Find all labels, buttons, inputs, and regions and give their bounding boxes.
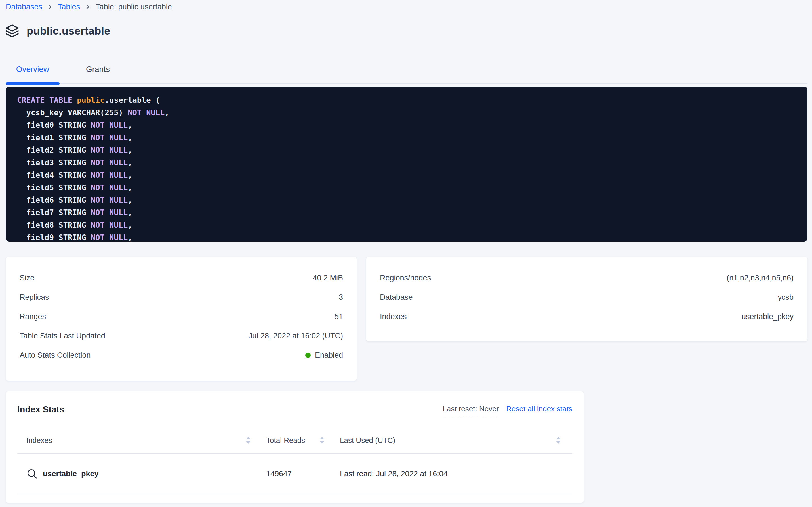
breadcrumb: Databases Tables Table: public.usertable bbox=[6, 2, 172, 12]
index-stats-title: Index Stats bbox=[17, 404, 64, 415]
breadcrumb-current: Table: public.usertable bbox=[96, 2, 172, 12]
code-line: field8 STRING NOT NULL, bbox=[17, 219, 807, 231]
tab-grants[interactable]: Grants bbox=[71, 55, 125, 83]
index-stats-card: Index Stats Last reset: Never Reset all … bbox=[6, 391, 584, 503]
status-badge: Enabled bbox=[305, 351, 343, 360]
breadcrumb-tables[interactable]: Tables bbox=[58, 2, 80, 12]
index-name-link[interactable]: usertable_pkey bbox=[43, 469, 99, 478]
create-statement-codeblock: CREATE TABLE public.usertable ( ycsb_key… bbox=[6, 87, 807, 241]
page-title: public.usertable bbox=[27, 25, 110, 37]
stat-value: 3 bbox=[339, 293, 343, 302]
chevron-right-icon bbox=[86, 3, 90, 10]
status-dot-icon bbox=[305, 352, 311, 358]
code-line: ycsb_key VARCHAR(255) NOT NULL, bbox=[17, 106, 807, 119]
table-topology-card: Regions/nodes (n1,n2,n3,n4,n5,n6) Databa… bbox=[366, 257, 807, 341]
index-stats-meta: Last reset: Never Reset all index stats bbox=[443, 404, 572, 416]
breadcrumb-databases[interactable]: Databases bbox=[6, 2, 42, 12]
layers-stack-icon bbox=[5, 24, 19, 38]
search-icon bbox=[26, 468, 38, 480]
code-line: field0 STRING NOT NULL, bbox=[17, 119, 807, 131]
tab-bar: Overview Grants bbox=[6, 55, 807, 84]
tab-overview-label: Overview bbox=[16, 65, 49, 74]
column-header-last-used[interactable]: Last Used (UTC) bbox=[331, 436, 572, 445]
tab-grants-label: Grants bbox=[86, 65, 110, 74]
stat-label: Database bbox=[380, 293, 413, 302]
index-name-cell: usertable_pkey bbox=[17, 468, 257, 480]
column-label: Total Reads bbox=[266, 436, 305, 445]
stat-value: ycsb bbox=[778, 293, 794, 302]
sort-carets-icon[interactable] bbox=[245, 436, 257, 445]
column-label: Last Used (UTC) bbox=[340, 436, 395, 445]
stat-label: Table Stats Last Updated bbox=[19, 332, 105, 340]
code-line: field1 STRING NOT NULL, bbox=[17, 131, 807, 144]
stat-row-regions: Regions/nodes (n1,n2,n3,n4,n5,n6) bbox=[380, 268, 794, 288]
stat-value: usertable_pkey bbox=[742, 312, 794, 321]
stat-row-replicas: Replicas 3 bbox=[19, 288, 343, 307]
stat-label: Replicas bbox=[19, 293, 49, 302]
code-line: CREATE TABLE public.usertable ( bbox=[17, 94, 807, 106]
tab-overview[interactable]: Overview bbox=[6, 55, 60, 83]
sort-carets-icon[interactable] bbox=[555, 436, 567, 445]
stat-label: Size bbox=[19, 274, 35, 282]
code-line: field7 STRING NOT NULL, bbox=[17, 206, 807, 219]
sort-carets-icon[interactable] bbox=[319, 436, 331, 445]
stat-row-database: Database ycsb bbox=[380, 288, 794, 307]
code-line: field9 STRING NOT NULL, bbox=[17, 231, 807, 241]
sql-code: CREATE TABLE public.usertable ( ycsb_key… bbox=[17, 94, 807, 241]
status-text: Enabled bbox=[315, 351, 343, 359]
stat-row-stats-updated: Table Stats Last Updated Jul 28, 2022 at… bbox=[19, 326, 343, 345]
last-used-value: Last read: Jul 28, 2022 at 16:04 bbox=[340, 469, 448, 478]
index-table-row: usertable_pkey 149647 Last read: Jul 28,… bbox=[17, 454, 572, 494]
page-header: public.usertable bbox=[5, 24, 110, 38]
stat-label: Indexes bbox=[380, 312, 407, 321]
table-summary-card: Size 40.2 MiB Replicas 3 Ranges 51 Table… bbox=[6, 257, 357, 381]
column-header-indexes[interactable]: Indexes bbox=[17, 436, 257, 445]
code-line: field3 STRING NOT NULL, bbox=[17, 156, 807, 169]
active-tab-underline bbox=[6, 82, 60, 85]
stat-row-indexes: Indexes usertable_pkey bbox=[380, 307, 794, 326]
total-reads-value: 149647 bbox=[266, 469, 292, 478]
code-line: field6 STRING NOT NULL, bbox=[17, 194, 807, 206]
index-table-header: Indexes Total Reads Last Used (UTC) bbox=[17, 427, 572, 454]
column-header-total-reads[interactable]: Total Reads bbox=[257, 436, 331, 445]
table-details-page: Databases Tables Table: public.usertable… bbox=[0, 0, 812, 507]
stat-row-size: Size 40.2 MiB bbox=[19, 268, 343, 288]
chevron-right-icon bbox=[48, 3, 52, 10]
code-line: field2 STRING NOT NULL, bbox=[17, 144, 807, 156]
stat-value: 51 bbox=[334, 312, 343, 321]
stat-value: Jul 28, 2022 at 16:02 (UTC) bbox=[249, 332, 343, 340]
code-line: field5 STRING NOT NULL, bbox=[17, 181, 807, 194]
column-label: Indexes bbox=[26, 436, 52, 445]
last-reset-text[interactable]: Last reset: Never bbox=[443, 404, 499, 416]
stat-value: 40.2 MiB bbox=[313, 274, 343, 282]
stat-label: Ranges bbox=[19, 312, 46, 321]
total-reads-cell: 149647 bbox=[257, 469, 331, 478]
reset-index-stats-link[interactable]: Reset all index stats bbox=[506, 404, 572, 413]
stat-row-auto-stats: Auto Stats Collection Enabled bbox=[19, 345, 343, 365]
last-used-cell: Last read: Jul 28, 2022 at 16:04 bbox=[331, 469, 572, 478]
stat-value: (n1,n2,n3,n4,n5,n6) bbox=[727, 274, 794, 282]
index-stats-header: Index Stats Last reset: Never Reset all … bbox=[17, 391, 572, 418]
stat-label: Regions/nodes bbox=[380, 274, 431, 282]
code-line: field4 STRING NOT NULL, bbox=[17, 169, 807, 181]
stat-row-ranges: Ranges 51 bbox=[19, 307, 343, 326]
stat-label: Auto Stats Collection bbox=[19, 351, 91, 360]
